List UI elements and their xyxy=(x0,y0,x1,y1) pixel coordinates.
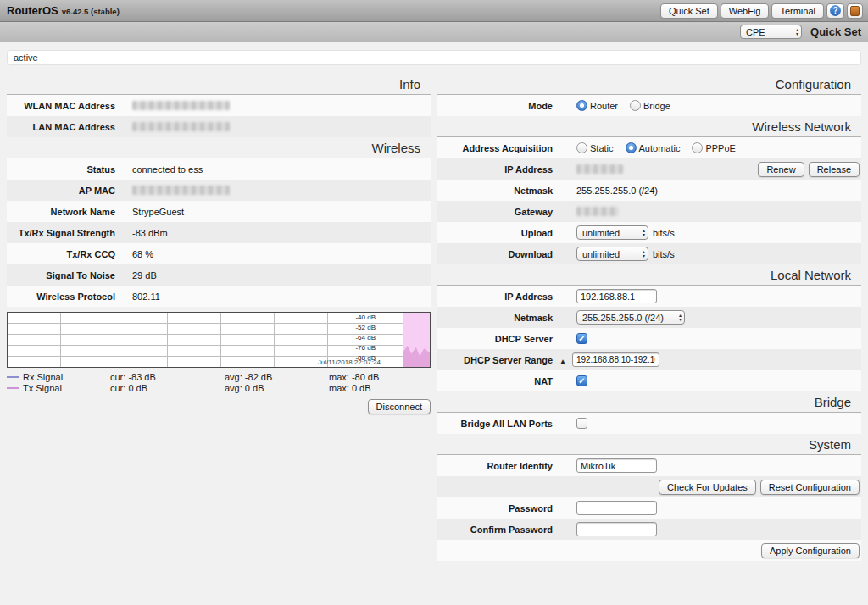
section-title-system: System xyxy=(437,434,861,455)
rx-cur-value: cur: -83 dB xyxy=(110,372,225,382)
apply-configuration-button[interactable]: Apply Configuration xyxy=(761,543,860,558)
radio-option-label: Router xyxy=(590,101,618,111)
select-arrows-icon xyxy=(643,250,645,258)
row-mode: Mode Router Bridge xyxy=(437,95,861,116)
bridge-all-checkbox[interactable] xyxy=(576,418,587,429)
snr-value: 29 dB xyxy=(132,270,157,280)
radio-option-label: Bridge xyxy=(643,101,670,111)
rx-avg-value: avg: -82 dB xyxy=(225,372,329,382)
acquisition-pppoe-radio[interactable]: PPPoE xyxy=(692,142,735,153)
confirm-password-input[interactable] xyxy=(576,522,657,536)
wan-netmask-value: 255.255.255.0 (/24) xyxy=(576,186,861,196)
tx-max-value: max: 0 dB xyxy=(329,383,371,393)
legend-row-tx: Tx Signal cur: 0 dB avg: 0 dB max: 0 dB xyxy=(7,382,431,393)
webfig-nav-button[interactable]: WebFig xyxy=(721,3,770,19)
local-network-section: Local Network IP Address Netmask 255.255… xyxy=(437,264,861,391)
tx-legend-name: Tx Signal xyxy=(7,383,110,393)
acquisition-static-radio[interactable]: Static xyxy=(576,142,614,153)
select-arrows-icon xyxy=(643,229,645,236)
status-value: connected to ess xyxy=(132,164,203,175)
router-identity-input[interactable] xyxy=(576,458,657,473)
row-password: Password xyxy=(437,497,861,519)
terminal-nav-button[interactable]: Terminal xyxy=(771,3,824,19)
configuration-section: Configuration Mode Router Bridge xyxy=(437,74,861,116)
lan-mac-value xyxy=(132,122,230,131)
legend-row-rx: Rx Signal cur: -83 dB avg: -82 dB max: -… xyxy=(7,371,431,382)
acquisition-automatic-radio[interactable]: Automatic xyxy=(626,142,681,153)
row-wan-netmask: Netmask 255.255.255.0 (/24) xyxy=(437,180,861,201)
mode-router-radio[interactable]: Router xyxy=(576,100,618,111)
row-download: Download unlimited bits/s xyxy=(437,243,861,264)
dhcp-server-checkbox[interactable] xyxy=(576,333,587,344)
lan-netmask-label: Netmask xyxy=(437,313,553,323)
wlan-mac-value xyxy=(132,101,230,110)
help-icon: ? xyxy=(830,5,841,16)
wireless-network-section: Wireless Network Address Acquisition Sta… xyxy=(437,116,861,264)
info-rows: WLAN MAC Address LAN MAC Address xyxy=(7,95,431,137)
upload-select[interactable]: unlimited xyxy=(576,225,648,240)
download-select-value: unlimited xyxy=(582,249,620,259)
tx-cur-value: cur: 0 dB xyxy=(110,383,225,393)
ccq-label: Tx/Rx CCQ xyxy=(7,249,115,259)
row-signal-strength: Tx/Rx Signal Strength -83 dBm xyxy=(7,222,431,243)
select-arrows-icon xyxy=(679,314,682,321)
password-input[interactable] xyxy=(576,501,657,515)
lan-ip-input[interactable] xyxy=(576,289,657,303)
disconnect-row: Disconnect xyxy=(7,399,431,414)
logout-icon xyxy=(850,6,860,16)
radio-option-label: Automatic xyxy=(639,143,681,153)
quick-set-nav-button[interactable]: Quick Set xyxy=(660,3,718,19)
release-button[interactable]: Release xyxy=(809,162,860,177)
disconnect-button[interactable]: Disconnect xyxy=(368,399,431,414)
radio-selected-icon xyxy=(576,100,587,111)
row-ccq: Tx/Rx CCQ 68 % xyxy=(7,243,431,264)
row-wlan-mac: WLAN MAC Address xyxy=(7,95,431,116)
renew-button[interactable]: Renew xyxy=(758,162,804,177)
redacted-value xyxy=(576,207,619,216)
tx-signal-swatch-icon xyxy=(7,387,19,389)
row-nat: NAT xyxy=(437,370,861,391)
address-acquisition-label: Address Acquisition xyxy=(437,143,553,153)
dhcp-range-input[interactable] xyxy=(572,352,659,367)
rx-max-value: max: -80 dB xyxy=(329,372,379,382)
check-for-updates-button[interactable]: Check For Updates xyxy=(659,480,756,495)
nat-checkbox[interactable] xyxy=(576,375,587,386)
lan-netmask-select[interactable]: 255.255.255.0 (/24) xyxy=(576,310,685,325)
mode-bridge-radio[interactable]: Bridge xyxy=(630,100,670,111)
ap-mac-label: AP MAC xyxy=(7,186,115,196)
status-label: Status xyxy=(7,164,115,175)
chart-legend: Rx Signal cur: -83 dB avg: -82 dB max: -… xyxy=(7,371,431,393)
radio-option-label: Static xyxy=(590,143,614,153)
reset-configuration-button[interactable]: Reset Configuration xyxy=(760,480,860,495)
network-name-label: Network Name xyxy=(7,207,115,217)
row-ap-mac: AP MAC xyxy=(7,180,431,201)
system-section: System Router Identity Check For Updates… xyxy=(437,434,861,561)
wireless-rows: Status connected to ess AP MAC Network N… xyxy=(7,158,431,307)
confirm-password-label: Confirm Password xyxy=(437,525,553,535)
row-apply: Apply Configuration xyxy=(437,540,861,561)
titlebar: RouterOS v6.42.5 (stable) Quick Set WebF… xyxy=(0,0,868,22)
upload-label: Upload xyxy=(437,228,553,238)
logout-button[interactable] xyxy=(847,3,863,19)
wan-ip-label: IP Address xyxy=(437,164,553,175)
wireless-section: Wireless Status connected to ess AP MAC … xyxy=(7,137,431,414)
help-button[interactable]: ? xyxy=(826,3,844,19)
download-select[interactable]: unlimited xyxy=(576,247,648,261)
row-network-name: Network Name StrypeGuest xyxy=(7,201,431,222)
page-title: Quick Set xyxy=(810,25,861,38)
right-column: Configuration Mode Router Bridge xyxy=(437,74,861,561)
section-title-bridge: Bridge xyxy=(437,391,861,413)
row-dhcp-server: DHCP Server xyxy=(437,328,861,349)
info-section: Info WLAN MAC Address LAN MAC Address xyxy=(7,74,431,137)
row-lan-netmask: Netmask 255.255.255.0 (/24) xyxy=(437,307,861,328)
rx-signal-swatch-icon xyxy=(7,376,19,378)
dhcp-server-label: DHCP Server xyxy=(437,334,553,344)
collapse-arrow-icon[interactable] xyxy=(559,355,566,365)
row-snr: Signal To Noise 29 dB xyxy=(7,264,431,286)
mode-label: Mode xyxy=(437,101,553,111)
upload-select-value: unlimited xyxy=(582,228,620,238)
section-title-wireless-network: Wireless Network xyxy=(437,116,861,137)
profile-select[interactable]: CPE xyxy=(740,25,802,39)
radio-option-label: PPPoE xyxy=(705,143,735,153)
y-axis-label: -40 dB xyxy=(345,314,376,321)
